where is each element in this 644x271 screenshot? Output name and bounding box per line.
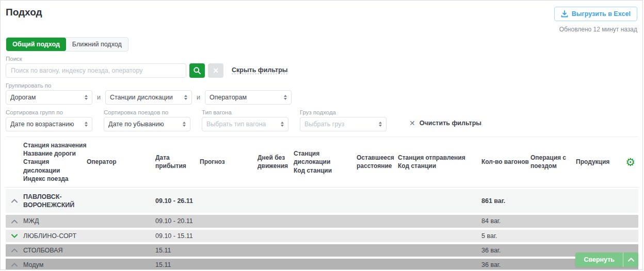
wagon-type-select[interactable]: Выбрать тип вагона (202, 117, 288, 131)
row-operator (87, 234, 155, 238)
grouping-connector: и (192, 94, 205, 105)
collapse-chevron-up-button[interactable] (623, 252, 638, 267)
sort-groups-select[interactable]: Дате по возрастанию (6, 117, 92, 131)
row-dislocation-station (294, 248, 357, 252)
row-wagon-count: 861 ваг. (481, 193, 530, 209)
row-remaining-distance (357, 248, 398, 252)
row-departure-station (398, 263, 481, 267)
grouping-label: Группировать по (6, 82, 637, 89)
table-row[interactable]: ПАВЛОВСК-ВОРОНЕЖСКИЙ09.10 - 26.11861 ваг… (6, 189, 638, 213)
group-by-select-3[interactable]: Операторам (205, 90, 292, 105)
row-name: ЛЮБЛИНО-СОРТ (23, 230, 87, 242)
search-row: ✕ Скрыть фильтры (6, 63, 637, 78)
table-row[interactable]: ЛЮБЛИНО-СОРТ09.10 - 15.115 ваг. (6, 230, 638, 242)
row-operator (87, 219, 155, 224)
chevron-up-icon[interactable] (6, 248, 23, 252)
sort-trains-select[interactable]: Дате по убыванию (104, 117, 190, 131)
column-header: Станция дислокацииКод станции (294, 149, 357, 175)
column-header: Оставшеесярасстояние (357, 154, 398, 170)
chevron-down-icon[interactable] (6, 234, 23, 238)
row-remaining-distance (357, 263, 398, 267)
clear-filters-link[interactable]: ✕ Очистить фильтры (409, 119, 481, 127)
column-header: Прогноз (200, 158, 257, 166)
close-icon: ✕ (409, 119, 415, 127)
row-name: ПАВЛОВСК-ВОРОНЕЖСКИЙ (23, 189, 87, 213)
row-forecast (200, 263, 257, 267)
header-right: Выгрузить в Excel Обновлено 12 минут наз… (554, 7, 637, 33)
row-departure-station (398, 197, 481, 205)
row-dislocation-station (294, 263, 357, 267)
export-excel-button[interactable]: Выгрузить в Excel (554, 7, 637, 21)
tab-near-approach[interactable]: Ближний подход (66, 38, 128, 51)
row-operator (87, 197, 155, 205)
column-header: Оператор (87, 158, 155, 166)
row-remaining-distance (357, 219, 398, 224)
row-arrival-date: 09.10 - 20.11 (155, 215, 200, 227)
row-name: Модум (23, 259, 87, 270)
row-train-operation (530, 197, 576, 205)
search-input[interactable] (6, 63, 186, 78)
export-excel-label: Выгрузить в Excel (572, 10, 631, 18)
table-row[interactable]: Модум15.1136 ваг. (6, 259, 638, 270)
sort-groups-field: Сортировка групп по Дате по возрастанию (6, 109, 92, 131)
close-icon: ✕ (213, 66, 219, 75)
row-remaining-distance (357, 234, 398, 238)
row-departure-station (398, 219, 481, 224)
row-forecast (200, 197, 257, 205)
table-settings-gear-icon[interactable]: ⚙ (625, 157, 635, 167)
tab-general-approach[interactable]: Общий подход (6, 38, 66, 51)
row-train-operation (530, 248, 576, 252)
column-header: Станция назначенияНазвание дорогиСтанция… (6, 141, 87, 183)
column-header: Операция споездом (530, 154, 576, 170)
search-icon (193, 66, 201, 75)
row-wagon-count: 5 ваг. (481, 230, 530, 242)
sort-trains-field: Сортировка поездов по Дате по убыванию (104, 109, 190, 131)
search-button[interactable] (189, 63, 205, 78)
group-by-select-1[interactable]: Дорогам (6, 90, 92, 105)
spinner-icon (379, 122, 382, 127)
row-name: СТОЛБОВАЯ (23, 244, 87, 257)
row-production (576, 248, 638, 252)
spinner-icon (281, 122, 284, 127)
table-body: ПАВЛОВСК-ВОРОНЕЖСКИЙ09.10 - 26.11861 ваг… (6, 189, 638, 270)
row-wagon-count: 36 ваг. (481, 244, 530, 257)
hide-filters-link[interactable]: Скрыть фильтры (232, 66, 287, 74)
row-wagon-count: 84 ваг. (481, 215, 530, 227)
spinner-icon (184, 95, 187, 100)
grouping-row: Дорогам и Станции дислокации и Оператора… (6, 90, 637, 105)
page-title: Подход (6, 7, 42, 18)
cargo-select[interactable]: Выбрать груз (300, 117, 387, 131)
chevron-up-icon[interactable] (6, 199, 23, 203)
row-days-no-movement (257, 248, 294, 252)
row-train-operation (530, 219, 576, 224)
row-arrival-date: 09.10 - 26.11 (155, 193, 200, 209)
row-train-operation (530, 234, 576, 238)
row-production (576, 219, 638, 224)
download-icon (561, 10, 568, 18)
group-by-select-2[interactable]: Станции дислокации (105, 90, 192, 105)
row-operator (87, 248, 155, 252)
row-remaining-distance (357, 197, 398, 205)
chevron-up-icon[interactable] (6, 219, 23, 224)
spinner-icon (85, 122, 88, 127)
row-forecast (200, 234, 257, 238)
approach-table: Станция назначенияНазвание дорогиСтанция… (1, 137, 642, 270)
search-label: Поиск (6, 56, 637, 62)
row-forecast (200, 248, 257, 252)
table-row[interactable]: СТОЛБОВАЯ15.1136 ваг. (6, 244, 638, 257)
spinner-icon (183, 122, 186, 127)
collapse-split-button: Свернуть (575, 252, 638, 267)
collapse-button[interactable]: Свернуть (575, 252, 623, 267)
table-header: Станция назначенияНазвание дорогиСтанция… (6, 137, 638, 188)
row-production (576, 234, 638, 238)
chevron-up-icon[interactable] (6, 263, 23, 267)
approach-tabs: Общий подход Ближний подход (6, 37, 128, 52)
search-clear-button[interactable]: ✕ (208, 63, 223, 78)
column-header: Дата прибытия (155, 154, 200, 170)
table-row[interactable]: МЖД09.10 - 20.1184 ваг. (6, 215, 638, 227)
row-days-no-movement (257, 234, 294, 238)
row-production (576, 197, 638, 205)
row-departure-station (398, 234, 481, 238)
chevron-up-icon (628, 258, 634, 262)
row-dislocation-station (294, 234, 357, 238)
